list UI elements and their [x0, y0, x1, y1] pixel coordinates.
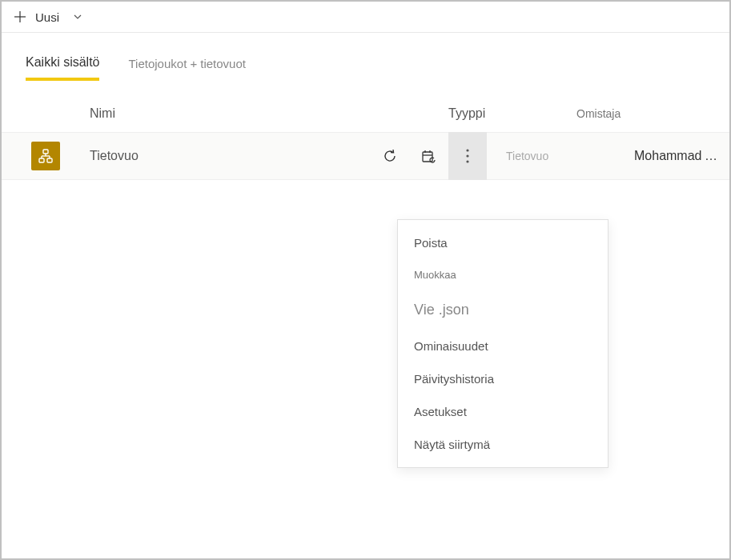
menu-item-export-json[interactable]: Vie .json	[398, 290, 608, 330]
tab-datasets-label: Tietojoukot +	[128, 57, 197, 70]
svg-rect-2	[43, 150, 48, 154]
menu-item-delete[interactable]: Poista	[398, 226, 608, 259]
row-owner: Mohammad Ali (MO...	[615, 149, 729, 163]
toolbar: Uusi	[2, 2, 729, 33]
row-name[interactable]: Tietovuo	[90, 149, 322, 163]
refresh-icon[interactable]	[376, 142, 404, 170]
menu-item-edit[interactable]: Muokkaa	[398, 259, 608, 290]
column-header-owner[interactable]: Omistaja	[576, 107, 729, 120]
new-button-label[interactable]: Uusi	[35, 10, 59, 24]
menu-item-settings[interactable]: Asetukset	[398, 395, 608, 428]
row-actions	[322, 142, 448, 170]
svg-point-15	[466, 160, 468, 162]
dataflow-icon	[31, 142, 60, 170]
chevron-down-icon[interactable]	[72, 11, 83, 22]
menu-item-show-lineage[interactable]: Näytä siirtymä	[398, 428, 608, 461]
more-options-button[interactable]	[448, 132, 487, 180]
column-header-name[interactable]: Nimi	[90, 106, 448, 121]
content-area: Nimi Tyyppi Omistaja Tietovuo	[2, 79, 729, 180]
schedule-refresh-icon[interactable]	[415, 142, 442, 170]
svg-point-14	[466, 154, 468, 157]
row-type: Tietovuo	[487, 150, 615, 162]
svg-rect-3	[39, 158, 44, 162]
context-menu: Poista Muokkaa Vie .json Ominaisuudet Pä…	[397, 219, 608, 468]
svg-point-13	[466, 149, 468, 151]
tab-datasets-dataflows[interactable]: Tietojoukot + tietovuot	[128, 57, 245, 78]
plus-icon[interactable]	[13, 10, 27, 24]
tab-all-content[interactable]: Kaikki sisältö	[26, 55, 99, 81]
table-header: Nimi Tyyppi Omistaja	[2, 95, 729, 132]
tabs: Kaikki sisältö Tietojoukot + tietovuot	[2, 33, 729, 79]
row-icon-cell	[2, 142, 90, 170]
menu-item-properties[interactable]: Ominaisuudet	[398, 330, 608, 362]
column-header-type[interactable]: Tyyppi	[448, 106, 576, 121]
table-row[interactable]: Tietovuo	[2, 132, 729, 180]
svg-rect-4	[47, 158, 52, 162]
menu-item-refresh-history[interactable]: Päivityshistoria	[398, 362, 608, 395]
svg-rect-9	[423, 152, 432, 162]
tab-dataflows-label: tietovuot	[200, 57, 246, 70]
